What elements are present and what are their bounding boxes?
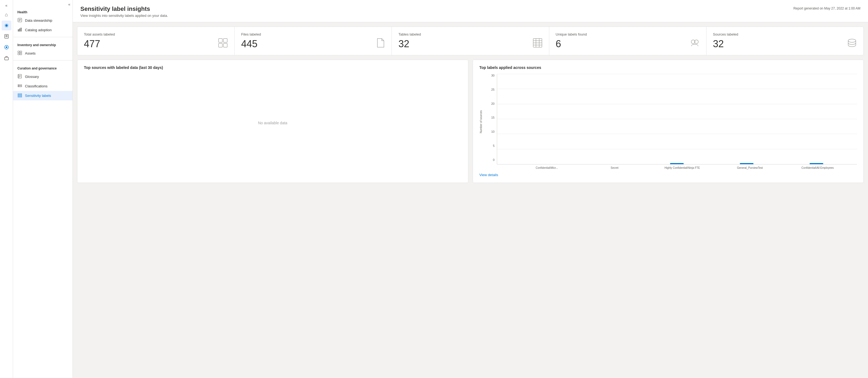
stat-icon-unique-labels xyxy=(690,38,700,50)
page-subtitle: View insights into sensitivity labels ap… xyxy=(81,13,168,18)
left-chart-card: Top sources with labeled data (last 30 d… xyxy=(77,60,468,183)
stat-label-sources: Sources labeled xyxy=(713,32,857,36)
x-label-1: Secret xyxy=(581,166,648,169)
sidebar-item-catalog-adoption[interactable]: Catalog adoption xyxy=(13,25,72,35)
classifications-label: Classifications xyxy=(25,84,48,88)
right-chart-card: Top labels applied across sources Number… xyxy=(473,60,864,183)
data-stewardship-icon xyxy=(18,18,22,23)
glossary-icon xyxy=(18,74,22,79)
svg-point-1 xyxy=(5,24,8,27)
svg-point-43 xyxy=(848,39,856,42)
svg-rect-15 xyxy=(18,51,20,53)
stat-label-unique-labels: Unique labels found xyxy=(556,32,700,36)
stat-value-files: 445 xyxy=(241,39,257,49)
section-header-health: Health xyxy=(13,6,72,16)
right-chart-title: Top labels applied across sources xyxy=(479,65,857,70)
svg-rect-16 xyxy=(20,51,22,53)
svg-rect-18 xyxy=(20,53,22,55)
stat-label-files: Files labeled xyxy=(241,32,385,36)
glossary-label: Glossary xyxy=(25,75,39,79)
x-label-2: Highly Confidential\Ninja FTE xyxy=(648,166,716,169)
stat-icon-sources xyxy=(847,38,857,50)
svg-point-26 xyxy=(19,85,19,86)
stat-icon-files xyxy=(376,38,385,50)
left-chart-title: Top sources with labeled data (last 30 d… xyxy=(84,65,462,70)
bar-group-4 xyxy=(782,163,851,164)
stat-value-sources: 32 xyxy=(713,39,724,49)
main-content: Sensitivity label insights View insights… xyxy=(73,0,868,378)
sensitivity-labels-icon xyxy=(18,93,22,98)
charts-row: Top sources with labeled data (last 30 d… xyxy=(77,60,864,183)
nav-icon-catalog[interactable] xyxy=(2,21,11,30)
stat-label-total-assets: Total assets labeled xyxy=(84,32,228,36)
svg-rect-7 xyxy=(5,57,8,60)
svg-rect-30 xyxy=(18,96,22,97)
nav-icon-home[interactable]: ⌂ xyxy=(2,10,11,20)
stat-icon-tables xyxy=(533,38,542,50)
sidebar-item-glossary[interactable]: Glossary xyxy=(13,72,72,82)
svg-point-6 xyxy=(6,46,7,48)
stat-icon-total-assets xyxy=(218,38,228,50)
nav-icon-assets[interactable] xyxy=(2,31,11,41)
bar-3 xyxy=(740,163,753,164)
report-timestamp: Report generated on May 27, 2022 at 1:00… xyxy=(793,6,860,10)
y-axis-0: 0 xyxy=(493,158,494,161)
sidebar-collapse-button[interactable]: « xyxy=(68,2,70,6)
svg-rect-33 xyxy=(219,43,222,47)
stat-card-total-assets: Total assets labeled 477 xyxy=(78,27,235,55)
y-axis-30: 30 xyxy=(491,74,494,77)
bar-4 xyxy=(810,163,823,164)
svg-rect-14 xyxy=(21,28,22,31)
svg-rect-13 xyxy=(19,29,20,31)
catalog-adoption-icon xyxy=(18,27,22,33)
svg-rect-34 xyxy=(223,43,227,47)
x-label-4: Confidential\All Employees xyxy=(784,166,851,169)
view-details-link[interactable]: View details xyxy=(479,173,498,177)
no-data-label: No available data xyxy=(84,74,462,172)
sidebar-item-classifications[interactable]: Classifications xyxy=(13,82,72,91)
bar-2 xyxy=(670,163,684,164)
sidebar-item-sensitivity-labels[interactable]: Sensitivity labels xyxy=(13,91,72,100)
svg-rect-28 xyxy=(18,94,22,94)
y-axis-15: 15 xyxy=(491,116,494,119)
bar-chart-grid xyxy=(497,74,857,164)
stats-row: Total assets labeled 477 Files labeled 4… xyxy=(77,27,864,55)
y-axis-20: 20 xyxy=(491,102,494,105)
stat-label-tables: Tables labeled xyxy=(398,32,542,36)
svg-rect-3 xyxy=(5,35,8,36)
y-axis-25: 25 xyxy=(491,88,494,91)
stat-value-tables: 32 xyxy=(398,39,409,49)
page-header: Sensitivity label insights View insights… xyxy=(73,0,868,22)
nav-icon-governance[interactable] xyxy=(2,42,11,52)
stat-card-unique-labels: Unique labels found 6 xyxy=(549,27,707,55)
x-label-3: General_PurviewTest xyxy=(716,166,783,169)
svg-rect-17 xyxy=(18,53,20,55)
bar-group-2 xyxy=(642,163,712,164)
svg-rect-29 xyxy=(18,95,22,96)
sidebar-item-assets[interactable]: Assets xyxy=(13,49,72,58)
svg-point-27 xyxy=(19,86,19,87)
data-stewardship-label: Data stewardship xyxy=(25,19,52,23)
x-label-0: Confidential\Micr... xyxy=(513,166,581,169)
stat-card-tables: Tables labeled 32 xyxy=(392,27,549,55)
icon-rail: « ⌂ xyxy=(0,0,13,378)
collapse-rail-button[interactable]: « xyxy=(2,2,11,9)
svg-rect-12 xyxy=(18,29,19,31)
catalog-adoption-label: Catalog adoption xyxy=(25,28,52,32)
assets-icon xyxy=(18,51,22,56)
stat-value-unique-labels: 6 xyxy=(556,39,561,49)
svg-rect-31 xyxy=(219,38,222,42)
svg-rect-4 xyxy=(5,36,8,37)
section-header-curation: Curation and governance xyxy=(13,63,72,72)
sensitivity-labels-label: Sensitivity labels xyxy=(25,94,51,98)
nav-icon-briefcase[interactable] xyxy=(2,53,11,63)
sidebar-item-data-stewardship[interactable]: Data stewardship xyxy=(13,16,72,25)
svg-rect-32 xyxy=(223,38,227,42)
sidebar: « Health Data stewardship Catalog adopti… xyxy=(13,0,73,378)
classifications-icon xyxy=(18,84,22,89)
section-header-inventory: Inventory and ownership xyxy=(13,39,72,49)
bar-group-3 xyxy=(712,163,782,164)
page-title: Sensitivity label insights xyxy=(81,5,168,12)
bars-container xyxy=(497,74,857,164)
x-labels: Confidential\Micr... Secret Highly Confi… xyxy=(497,164,857,169)
